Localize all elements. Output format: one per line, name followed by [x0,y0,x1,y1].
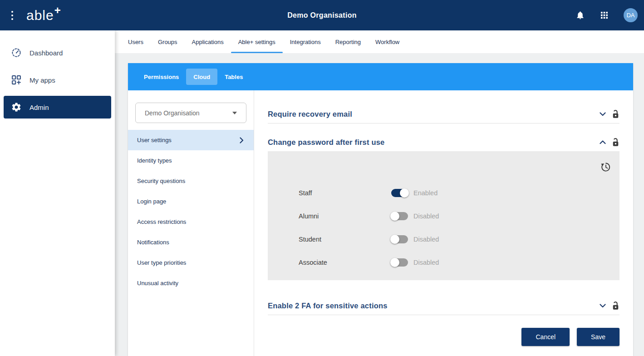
toggle-row: Associate Disabled [268,251,619,274]
tab[interactable]: Users [121,30,151,53]
settings-main: Require recovery email Change pas [254,90,633,356]
toggle-label: Associate [299,259,391,266]
section-title: Enable 2 FA for sensitive actions [268,302,600,310]
settings-menu-item-label: Access restrictions [137,218,186,225]
cancel-button[interactable]: Cancel [521,328,570,346]
tab[interactable]: Workflow [368,30,407,53]
settings-menu-item[interactable]: Access restrictions [128,212,254,232]
tab[interactable]: Applications [185,30,231,53]
tab[interactable]: Reporting [328,30,368,53]
dashboard-gauge-icon [11,47,22,58]
apps-grid-icon[interactable] [600,11,609,20]
settings-menu-item-label: Security questions [137,178,185,184]
toggle-state-text: Disabled [413,213,439,220]
top-app-bar: able+ Demo Organisation DA [0,0,644,30]
change-password-panel: Staff Enabled Alumni Disabled [268,151,619,280]
settings-menu-item-label: User type priorities [137,259,186,266]
kebab-menu-icon[interactable] [0,10,14,21]
tab-label: Able+ settings [238,39,275,45]
sidebar-item-label: My apps [29,76,55,84]
settings-menu-item-label: Identity types [137,157,172,164]
toggle-row: Staff Enabled [268,181,619,204]
subtab-bar: Permissions Cloud Tables [128,63,633,90]
subtab[interactable]: Tables [217,69,250,85]
settings-menu-item[interactable]: Security questions [128,171,254,191]
settings-menu-item[interactable]: Unusual activity [128,273,254,293]
chevron-down-icon[interactable] [600,112,606,116]
sidebar-item-dashboard[interactable]: Dashboard [4,41,111,64]
lock-open-icon[interactable] [612,109,619,119]
tab[interactable]: Integrations [283,30,328,53]
tab-bar: Users Groups Applications Able+ settings… [115,30,644,53]
avatar[interactable]: DA [624,8,638,22]
settings-card: Permissions Cloud Tables Demo Organisati… [128,63,633,356]
toggle-knob [390,258,399,267]
toggle-knob [400,188,409,198]
logo-plus-icon: + [54,5,61,16]
caret-down-icon [232,112,237,114]
tab-label: Users [128,39,143,45]
chevron-right-icon [240,137,244,143]
sidebar-item-admin[interactable]: Admin [4,96,111,119]
section-title: Require recovery email [268,110,600,119]
settings-menu-item-label: Notifications [137,239,169,246]
chevron-up-icon[interactable] [600,140,606,144]
notifications-bell-icon[interactable] [575,10,585,20]
toggle-row: Student Disabled [268,227,619,251]
sidebar: Dashboard My apps Admin [0,30,115,356]
toggle-switch[interactable] [391,258,408,267]
organisation-selector[interactable]: Demo Organisation [135,103,246,123]
lock-open-icon[interactable] [612,301,619,311]
toggle-switch[interactable] [391,212,408,220]
settings-menu-item-label: Login page [137,198,166,205]
toggle-state-text: Enabled [413,189,438,197]
history-icon[interactable] [600,161,612,173]
toggle-label: Alumni [299,213,391,220]
toggle-state-text: Disabled [413,236,439,243]
tab[interactable]: Able+ settings [231,30,283,53]
toggle-switch[interactable] [391,235,408,243]
tab-label: Groups [158,39,177,45]
subtab[interactable]: Cloud [186,69,217,85]
settings-menu-item[interactable]: Identity types [128,150,254,171]
gear-icon [11,102,22,113]
toggle-label: Staff [299,189,391,197]
content-gap [115,53,644,63]
toggle-row: Alumni Disabled [268,204,619,227]
tab-label: Applications [192,39,224,45]
organisation-selector-value: Demo Organisation [145,109,200,117]
subtab-label: Tables [225,74,243,80]
chevron-down-icon[interactable] [600,304,606,308]
subtab-label: Cloud [193,74,210,80]
tab-label: Reporting [335,39,361,45]
section-enable-2fa[interactable]: Enable 2 FA for sensitive actions [268,297,619,315]
settings-menu-item-label: User settings [137,137,172,143]
sidebar-item-label: Dashboard [29,49,63,57]
action-buttons: Cancel Save [268,328,619,346]
lock-open-icon[interactable] [612,137,619,148]
toggle-state-text: Disabled [413,259,439,266]
tab-label: Integrations [290,39,321,45]
tab-label: Workflow [375,39,399,45]
settings-menu-item[interactable]: Notifications [128,232,254,252]
toggle-knob [390,235,399,244]
toggle-knob [390,212,399,221]
my-apps-icon [11,74,22,85]
subtab-label: Permissions [144,74,179,80]
save-button[interactable]: Save [577,328,619,346]
settings-menu-item[interactable]: Login page [128,191,254,212]
page-title: Demo Organisation [287,11,357,20]
settings-menu-item[interactable]: User type priorities [128,252,254,273]
tab[interactable]: Groups [151,30,185,53]
logo-text: able [26,9,54,22]
settings-menu-item-label: Unusual activity [137,280,178,287]
sidebar-item-my-apps[interactable]: My apps [4,69,111,91]
subtab[interactable]: Permissions [137,69,186,85]
settings-nav-panel: Demo Organisation User settings [128,90,254,356]
section-require-recovery-email[interactable]: Require recovery email [268,105,619,124]
settings-menu: User settings Identity types [128,130,254,293]
section-change-password[interactable]: Change password after first use [268,133,619,151]
toggle-switch[interactable] [391,189,408,197]
settings-menu-item[interactable]: User settings [128,130,254,150]
toggle-label: Student [299,236,391,243]
